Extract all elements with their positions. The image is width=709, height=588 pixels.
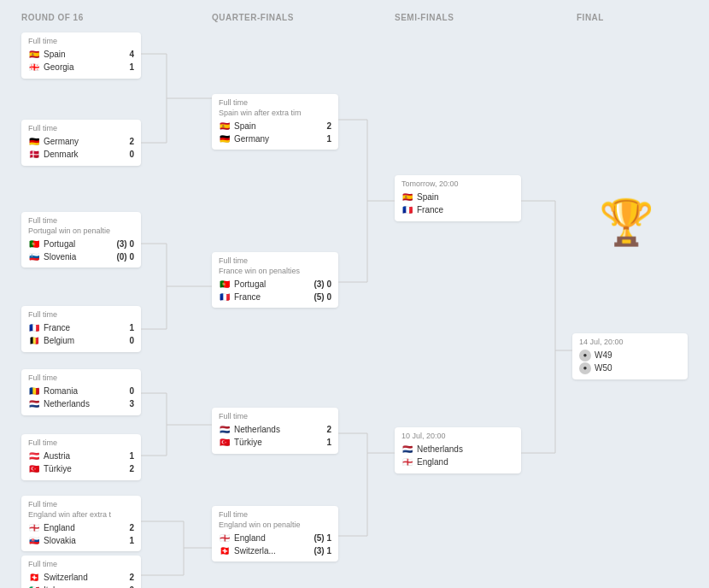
match-qf-2-team2: 🇫🇷 France (5) 0 [219, 291, 331, 303]
match-sf-1-team2: 🇫🇷 France [401, 204, 514, 216]
flag-france-1: 🇫🇷 [28, 322, 40, 334]
name-denmark: Denmark [44, 150, 79, 159]
name-france-1: France [44, 323, 70, 332]
match-r16-5: Full time 🇷🇴 Romania 0 🇳🇱 Netherlands 3 [21, 369, 141, 415]
name-portugal-qf: Portugal [234, 279, 266, 289]
match-r16-2-team2: 🇩🇰 Denmark 0 [28, 149, 134, 161]
flag-netherlands-1: 🇳🇱 [28, 398, 40, 410]
flag-w50: ● [579, 362, 591, 374]
score-turkey-qf: 1 [321, 438, 331, 447]
name-georgia: Georgia [44, 62, 74, 72]
flag-spain-qf: 🇪🇸 [219, 120, 231, 132]
score-spain-qf: 2 [321, 121, 331, 131]
match-sf-2-team1: 🇳🇱 Netherlands [401, 444, 514, 456]
flag-italy: 🇮🇹 [28, 585, 40, 588]
match-r16-1-status: Full time [28, 37, 134, 47]
flag-switzerland: 🇨🇭 [28, 572, 40, 584]
score-slovakia: 1 [124, 536, 134, 545]
name-switz-qf: Switzerla... [234, 546, 276, 556]
name-netherlands-sf: Netherlands [417, 444, 463, 454]
match-r16-4-status: Full time [28, 310, 134, 320]
score-slovenia: (0) 0 [116, 252, 134, 262]
match-qf-4: Full timeEngland win on penaltie 🏴󠁧󠁢󠁥󠁮󠁧󠁿… [212, 506, 338, 562]
score-england-1: 2 [124, 523, 134, 532]
match-final-team2: ● W50 [579, 362, 681, 374]
score-portugal-1: (3) 0 [116, 239, 134, 249]
match-qf-1-team1: 🇪🇸 Spain 2 [219, 120, 331, 132]
name-turkey-1: Türkiye [44, 464, 72, 473]
match-final: 14 Jul, 20:00 ● W49 ● W50 [572, 333, 688, 379]
match-r16-8-team1: 🇨🇭 Switzerland 2 [28, 572, 134, 584]
score-austria: 1 [124, 451, 134, 461]
name-germany-qf: Germany [234, 134, 269, 144]
match-r16-8-team2: 🇮🇹 Italy 0 [28, 585, 134, 588]
name-portugal-1: Portugal [44, 239, 75, 249]
match-qf-3-team1: 🇳🇱 Netherlands 2 [219, 424, 331, 436]
name-spain-1: Spain [44, 50, 66, 59]
flag-germany-qf: 🇩🇪 [219, 132, 231, 144]
final-label: FINAL [577, 13, 604, 22]
match-r16-1-team2: 🇬🇪 Georgia 1 [28, 62, 134, 74]
name-france-sf: France [417, 205, 443, 215]
flag-austria: 🇦🇹 [28, 450, 40, 462]
match-final-team1: ● W49 [579, 350, 681, 362]
name-switzerland: Switzerland [44, 573, 88, 582]
bracket-wrapper: ROUND OF 16 QUARTER-FINALS SEMI-FINALS F… [9, 9, 700, 579]
flag-georgia: 🇬🇪 [28, 62, 40, 74]
score-spain-1: 4 [124, 50, 134, 59]
r16-label: ROUND OF 16 [21, 13, 84, 22]
match-r16-1: Full time 🇪🇸 Spain 4 🇬🇪 Georgia 1 [21, 32, 141, 79]
flag-spain-1: 🇪🇸 [28, 49, 40, 61]
score-england-qf: (5) 1 [313, 533, 331, 543]
flag-slovenia: 🇸🇮 [28, 250, 40, 262]
match-sf-1-team1: 🇪🇸 Spain [401, 191, 514, 203]
match-r16-8: Full time 🇨🇭 Switzerland 2 🇮🇹 Italy 0 [21, 556, 141, 588]
name-w50: W50 [595, 363, 612, 373]
name-slovakia: Slovakia [44, 536, 76, 545]
score-switz-qf: (3) 1 [313, 546, 331, 556]
sf-label: SEMI-FINALS [395, 13, 454, 22]
flag-switz-qf: 🇨🇭 [219, 544, 231, 556]
name-w49: W49 [595, 350, 612, 360]
flag-romania: 🇷🇴 [28, 385, 40, 397]
flag-denmark: 🇩🇰 [28, 149, 40, 161]
name-germany-1: Germany [44, 137, 79, 146]
name-turkey-qf: Türkiye [234, 438, 262, 447]
match-r16-3-team2: 🇸🇮 Slovenia (0) 0 [28, 250, 134, 262]
match-sf-2-status: 10 Jul, 20:00 [401, 432, 514, 442]
match-qf-4-team1: 🏴󠁧󠁢󠁥󠁮󠁧󠁿 England (5) 1 [219, 532, 331, 544]
score-germany-1: 2 [124, 137, 134, 146]
name-slovenia: Slovenia [44, 252, 76, 262]
match-r16-7-team2: 🇸🇰 Slovakia 1 [28, 534, 134, 546]
match-sf-2: 10 Jul, 20:00 🇳🇱 Netherlands 🏴󠁧󠁢󠁥󠁮󠁧󠁿 Eng… [395, 427, 521, 473]
score-denmark: 0 [124, 150, 134, 159]
trophy: 🏆 [571, 197, 682, 249]
match-r16-4: Full time 🇫🇷 France 1 🇧🇪 Belgium 0 [21, 306, 141, 352]
match-r16-5-team2: 🇳🇱 Netherlands 3 [28, 398, 134, 410]
score-romania: 0 [124, 386, 134, 396]
match-qf-4-status: Full timeEngland win on penaltie [219, 510, 331, 530]
score-georgia: 1 [124, 62, 134, 72]
name-romania: Romania [44, 386, 78, 396]
match-r16-6-team2: 🇹🇷 Türkiye 2 [28, 463, 134, 475]
match-qf-2: Full timeFrance win on penalties 🇵🇹 Port… [212, 252, 338, 308]
match-qf-3: Full time 🇳🇱 Netherlands 2 🇹🇷 Türkiye 1 [212, 408, 338, 454]
qf-label: QUARTER-FINALS [212, 13, 294, 22]
score-germany-qf: 1 [321, 134, 331, 144]
score-portugal-qf: (3) 0 [313, 279, 331, 289]
flag-slovakia: 🇸🇰 [28, 534, 40, 546]
flag-spain-sf: 🇪🇸 [401, 191, 413, 203]
match-qf-3-team2: 🇹🇷 Türkiye 1 [219, 437, 331, 449]
match-r16-2-team1: 🇩🇪 Germany 2 [28, 136, 134, 148]
match-qf-1-team2: 🇩🇪 Germany 1 [219, 132, 331, 144]
score-turkey-1: 2 [124, 464, 134, 473]
name-netherlands-1: Netherlands [44, 399, 90, 409]
flag-w49: ● [579, 350, 591, 362]
match-r16-4-team1: 🇫🇷 France 1 [28, 322, 134, 334]
flag-england-1: 🏴󠁧󠁢󠁥󠁮󠁧󠁿 [28, 521, 40, 533]
score-netherlands-qf: 2 [321, 425, 331, 434]
match-r16-2-status: Full time [28, 124, 134, 134]
name-belgium: Belgium [44, 336, 74, 345]
match-r16-7-status: Full timeEngland win after extra t [28, 500, 134, 520]
name-france-qf: France [234, 292, 261, 302]
